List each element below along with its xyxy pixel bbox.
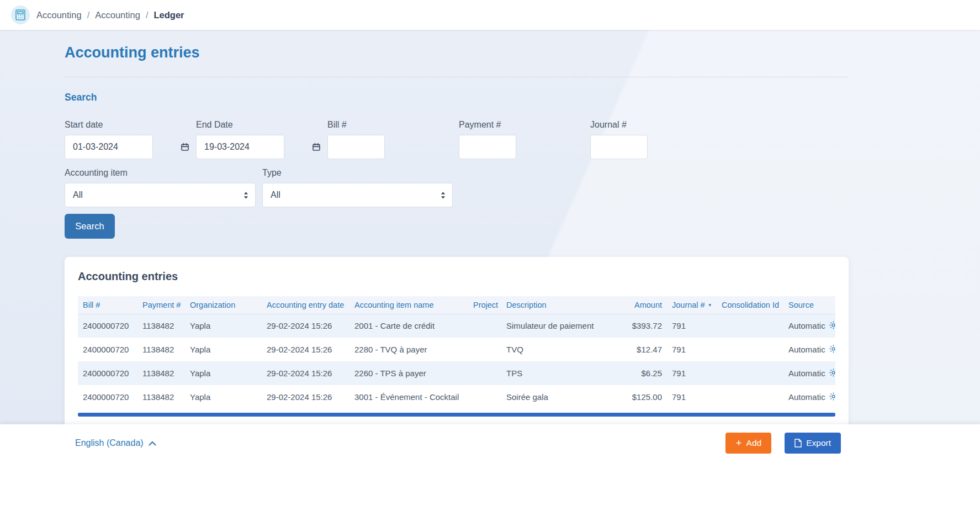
breadcrumb: Accounting / Accounting / Ledger — [36, 10, 184, 20]
language-label: English (Canada) — [75, 438, 144, 448]
cell-item-name: 2280 - TVQ à payer — [349, 338, 468, 361]
cell-entry-date: 29-02-2024 15:26 — [262, 338, 349, 361]
col-header-entry-date[interactable]: Accounting entry date — [262, 296, 349, 314]
plus-icon: + — [735, 438, 741, 448]
cell-item-name: 3001 - Événement - Cocktail — [349, 385, 468, 409]
cell-description: Simulateur de paiement — [501, 314, 605, 338]
cell-entry-date: 29-02-2024 15:26 — [262, 314, 349, 338]
col-header-journal[interactable]: Journal #▼ — [667, 296, 717, 314]
breadcrumb-item-accounting-2[interactable]: Accounting — [95, 10, 140, 20]
gear-icon[interactable] — [829, 392, 835, 401]
cell-payment: 1138482 — [137, 338, 185, 361]
add-button-label: Add — [746, 438, 762, 448]
end-date-input[interactable] — [196, 135, 284, 159]
journal-field: Journal # — [590, 120, 722, 159]
add-button[interactable]: + Add — [725, 433, 771, 454]
export-button[interactable]: Export — [785, 433, 841, 454]
cell-bill: 2400000720 — [78, 385, 137, 409]
payment-input[interactable] — [459, 135, 516, 159]
accounting-entries-card: Accounting entries Bill # Payment # — [65, 257, 849, 428]
start-date-label: Start date — [65, 120, 196, 130]
breadcrumb-item-accounting[interactable]: Accounting — [36, 10, 82, 20]
col-header-description[interactable]: Description — [501, 296, 605, 314]
select-arrows-icon — [243, 192, 248, 199]
table-row: 2400000720 1138482 Yapla 29-02-2024 15:2… — [78, 314, 835, 338]
footer-actions: + Add Export — [725, 433, 841, 454]
cell-organization: Yapla — [185, 314, 262, 338]
cell-consolidation — [717, 385, 783, 409]
cell-consolidation — [717, 314, 783, 338]
entries-table-wrapper: Bill # Payment # Organization Accounting… — [78, 296, 835, 409]
type-label: Type — [262, 168, 460, 178]
select-arrows-icon — [441, 192, 446, 199]
app-logo — [11, 6, 30, 24]
table-row: 2400000720 1138482 Yapla 29-02-2024 15:2… — [78, 361, 835, 385]
col-header-organization[interactable]: Organization — [185, 296, 262, 314]
divider — [65, 77, 849, 77]
type-selected-value: All — [271, 190, 280, 200]
cell-source: Automatic — [783, 314, 829, 338]
accounting-item-selected-value: All — [73, 190, 83, 200]
cell-consolidation — [717, 338, 783, 361]
calendar-icon — [312, 143, 321, 151]
gear-icon[interactable] — [829, 320, 835, 330]
start-date-field: Start date — [65, 120, 196, 159]
col-header-payment[interactable]: Payment # — [137, 296, 185, 314]
cell-journal: 791 — [667, 385, 717, 409]
cell-amount: $125.00 — [605, 385, 667, 409]
cell-source: Automatic — [783, 361, 829, 385]
file-icon — [794, 439, 802, 448]
col-header-consolidation[interactable]: Consolidation Id — [717, 296, 783, 314]
gear-icon[interactable] — [829, 344, 835, 354]
cell-payment: 1138482 — [137, 361, 185, 385]
col-header-item-name[interactable]: Accounting item name — [349, 296, 468, 314]
type-select[interactable]: All — [262, 183, 453, 207]
cell-item-name: 2001 - Carte de crédit — [349, 314, 468, 338]
export-button-label: Export — [806, 438, 831, 448]
cell-journal: 791 — [667, 314, 717, 338]
entries-table: Bill # Payment # Organization Accounting… — [78, 296, 835, 409]
language-selector[interactable]: English (Canada) — [75, 438, 156, 448]
app-window: Accounting / Accounting / Ledger Account… — [0, 0, 980, 521]
breadcrumb-separator: / — [146, 10, 149, 20]
gear-icon[interactable] — [829, 368, 835, 377]
chevron-up-icon — [149, 441, 156, 446]
type-field: Type All — [262, 168, 460, 207]
cell-project — [468, 361, 501, 385]
cell-bill: 2400000720 — [78, 338, 137, 361]
bill-input[interactable] — [327, 135, 385, 159]
journal-label: Journal # — [590, 120, 722, 130]
table-header-row: Bill # Payment # Organization Accounting… — [78, 296, 835, 314]
cell-source: Automatic — [783, 338, 829, 361]
cell-organization: Yapla — [185, 385, 262, 409]
col-header-source[interactable]: Source — [783, 296, 829, 314]
cell-bill: 2400000720 — [78, 314, 137, 338]
accounting-item-select[interactable]: All — [65, 183, 256, 207]
table-row: 2400000720 1138482 Yapla 29-02-2024 15:2… — [78, 338, 835, 361]
cell-source: Automatic — [783, 385, 829, 409]
cell-item-name: 2260 - TPS à payer — [349, 361, 468, 385]
search-heading: Search — [65, 92, 849, 103]
journal-input[interactable] — [590, 135, 648, 159]
col-header-project[interactable]: Project — [468, 296, 501, 314]
search-button[interactable]: Search — [65, 214, 115, 239]
cell-payment: 1138482 — [137, 385, 185, 409]
cell-project — [468, 338, 501, 361]
col-header-actions — [829, 296, 835, 314]
cell-entry-date: 29-02-2024 15:26 — [262, 361, 349, 385]
cell-amount: $6.25 — [605, 361, 667, 385]
sort-desc-icon: ▼ — [708, 303, 712, 308]
cell-payment: 1138482 — [137, 314, 185, 338]
breadcrumb-separator: / — [87, 10, 90, 20]
col-header-bill[interactable]: Bill # — [78, 296, 137, 314]
calendar-icon — [181, 143, 189, 151]
cell-project — [468, 314, 501, 338]
cell-organization: Yapla — [185, 338, 262, 361]
topbar: Accounting / Accounting / Ledger — [0, 0, 980, 30]
start-date-input[interactable] — [65, 135, 153, 159]
cell-consolidation — [717, 361, 783, 385]
cell-project — [468, 385, 501, 409]
horizontal-scrollbar[interactable] — [78, 413, 835, 417]
col-header-amount[interactable]: Amount — [605, 296, 667, 314]
page-title: Accounting entries — [65, 44, 849, 61]
